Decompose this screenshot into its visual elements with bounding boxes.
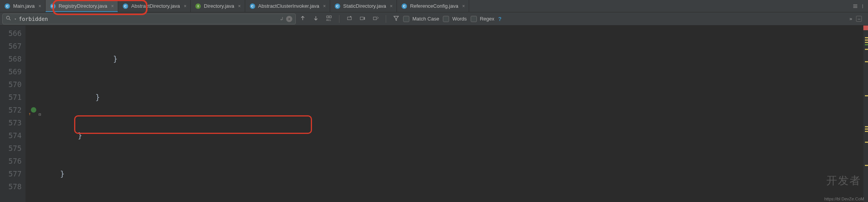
- words-checkbox[interactable]: Words: [443, 16, 466, 22]
- tabs-overflow-controls: ⁞: [848, 3, 868, 9]
- close-tab-icon[interactable]: ×: [238, 3, 241, 9]
- words-label: Words: [452, 16, 466, 22]
- search-icon: [6, 15, 11, 22]
- editor-tab[interactable]: CAbstractDirectory.java×: [118, 0, 191, 12]
- error-stripe[interactable]: [863, 26, 868, 202]
- editor-tabs-bar: CMain.java×CRegistryDirectory.java×CAbst…: [0, 0, 868, 12]
- match-case-label: Match Case: [412, 16, 439, 22]
- close-tab-icon[interactable]: ×: [184, 3, 186, 9]
- line-number: 568: [0, 53, 25, 65]
- select-next-icon[interactable]: [359, 15, 366, 22]
- tab-label: ReferenceConfig.java: [410, 3, 458, 9]
- match-case-checkbox[interactable]: Match Case: [403, 16, 439, 22]
- tab-dropdown-icon[interactable]: ⁞: [862, 3, 863, 9]
- tab-label: Directory.java: [204, 3, 234, 9]
- line-number: 578: [0, 180, 25, 193]
- line-number: 567: [0, 40, 25, 53]
- tab-label: AbstractClusterInvoker.java: [258, 3, 319, 9]
- more-results-icon[interactable]: »: [849, 16, 853, 22]
- find-input-wrap[interactable]: ▾ ↲ ✕: [2, 14, 296, 24]
- next-occurrence-icon[interactable]: [313, 15, 319, 22]
- find-toolbar: ▾ ↲ ✕ ALL Match Case Words Regex ? » —: [0, 12, 868, 26]
- error-indicator-icon[interactable]: [863, 26, 868, 30]
- class-icon: C: [123, 3, 128, 9]
- close-find-icon[interactable]: —: [856, 16, 862, 22]
- close-tab-icon[interactable]: ×: [39, 3, 41, 9]
- line-number: 577: [0, 168, 25, 180]
- line-number: 572↑⊟: [0, 104, 25, 116]
- prev-occurrence-icon[interactable]: [300, 15, 306, 22]
- class-icon: C: [250, 3, 255, 9]
- class-icon: C: [50, 3, 56, 9]
- editor-tab[interactable]: CMain.java×: [0, 0, 46, 12]
- close-tab-icon[interactable]: ×: [323, 3, 326, 9]
- tab-label: AbstractDirectory.java: [131, 3, 180, 9]
- svg-text:ALL: ALL: [326, 19, 331, 21]
- find-input[interactable]: [19, 16, 280, 22]
- search-history-caret-icon[interactable]: ▾: [14, 17, 16, 21]
- select-all-icon[interactable]: ALL: [326, 15, 332, 22]
- close-tab-icon[interactable]: ×: [462, 3, 465, 9]
- close-tab-icon[interactable]: ×: [111, 3, 114, 9]
- clear-search-icon[interactable]: ✕: [286, 16, 292, 22]
- tab-overflow-icon[interactable]: [853, 3, 858, 9]
- help-icon[interactable]: ?: [498, 16, 502, 22]
- code-editor[interactable]: 566567568569570571572↑⊟57357457557657757…: [0, 26, 868, 202]
- editor-tab[interactable]: CAbstractClusterInvoker.java×: [245, 0, 330, 12]
- tab-label: StaticDirectory.java: [343, 3, 386, 9]
- add-selection-icon[interactable]: [346, 15, 353, 22]
- line-number: 569: [0, 65, 25, 78]
- interface-icon: I: [195, 3, 201, 9]
- line-number: 571: [0, 91, 25, 104]
- svg-rect-2: [327, 16, 329, 18]
- line-number-gutter: 566567568569570571572↑⊟57357457557657757…: [0, 26, 25, 202]
- svg-rect-3: [329, 16, 331, 18]
- remove-selection-icon[interactable]: [373, 15, 379, 22]
- line-number: 574: [0, 129, 25, 142]
- filter-icon[interactable]: [393, 15, 399, 22]
- editor-tab[interactable]: CReferenceConfig.java×: [397, 0, 469, 12]
- newline-icon[interactable]: ↲: [280, 16, 283, 22]
- close-tab-icon[interactable]: ×: [390, 3, 393, 9]
- footer-url: https://bl DevZe.CoM: [824, 197, 864, 201]
- svg-rect-8: [373, 17, 376, 20]
- line-number: 575: [0, 142, 25, 155]
- tab-label: RegistryDirectory.java: [59, 3, 107, 9]
- line-number: 570: [0, 78, 25, 91]
- line-number: 576: [0, 155, 25, 168]
- svg-rect-5: [348, 17, 351, 20]
- editor-tab[interactable]: IDirectory.java×: [191, 0, 245, 12]
- editor-tab[interactable]: CStaticDirectory.java×: [330, 0, 397, 12]
- editor-tab[interactable]: CRegistryDirectory.java×: [46, 0, 118, 12]
- line-number: 566: [0, 27, 25, 40]
- svg-rect-7: [364, 17, 365, 20]
- class-icon: C: [335, 3, 340, 9]
- regex-checkbox[interactable]: Regex: [471, 16, 495, 22]
- line-number: 573: [0, 116, 25, 129]
- class-icon: C: [5, 3, 10, 9]
- tab-label: Main.java: [13, 3, 35, 9]
- regex-label: Regex: [480, 16, 495, 22]
- svg-point-0: [7, 16, 10, 19]
- svg-rect-6: [360, 17, 363, 20]
- code-area[interactable]: } } } } @Override public List<Invoker<T>…: [25, 26, 868, 202]
- svg-line-1: [9, 19, 11, 21]
- class-icon: C: [402, 3, 407, 9]
